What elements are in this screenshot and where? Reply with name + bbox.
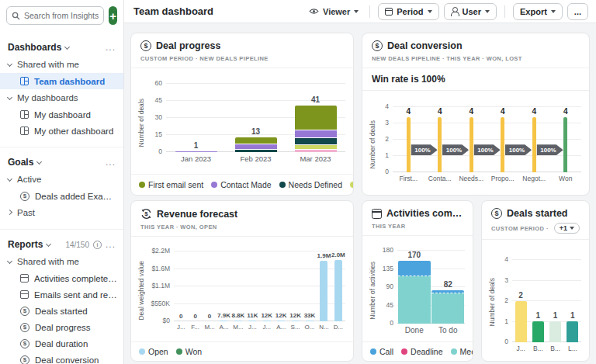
legend-dot (139, 182, 145, 188)
bar-jan-2023[interactable]: 1 (166, 84, 226, 152)
sidebar-group-past[interactable]: Past (0, 204, 123, 221)
sidebar-item-deal-duration[interactable]: Deal duration (0, 335, 123, 352)
viewer-dropdown[interactable]: Viewer (306, 5, 362, 19)
export-button[interactable]: Export (513, 3, 563, 20)
bar-done[interactable]: 170 (397, 251, 431, 324)
card-header: Deal conversion NEW DEALS PIPELINE · THI… (362, 33, 589, 68)
sidebar-item-activities-completed-an-[interactable]: Activities completed an... (0, 270, 123, 286)
sidebar-item-team-dashboard[interactable]: Team dashboard (0, 73, 123, 89)
more-button[interactable]: ... (567, 3, 588, 20)
bar-m-[interactable]: 0 (203, 251, 217, 321)
legend-item-contact-made[interactable]: Contact Made (211, 180, 271, 189)
legend-item-deadline[interactable]: Deadline (401, 347, 442, 356)
bar-needs-[interactable]: 4 (456, 107, 487, 172)
bar-shape (295, 106, 337, 152)
y-tick-label: 2 (497, 296, 508, 304)
section-title: Reports (8, 239, 43, 250)
bar-j-[interactable]: 2 (512, 260, 529, 342)
svg-text:$: $ (144, 210, 148, 217)
sidebar-group-shared-with-me[interactable]: Shared with me (0, 56, 123, 73)
sidebar-group-shared-with-me[interactable]: Shared with me (0, 253, 123, 270)
search-placeholder: Search from Insights (24, 11, 99, 20)
bar-shape (334, 260, 342, 321)
section-more-button[interactable]: ... (106, 239, 116, 250)
bar-l-[interactable]: 1 (564, 260, 581, 342)
bar-to-do[interactable]: 82 (431, 251, 466, 324)
bar-o-[interactable]: 33K (303, 251, 317, 321)
sidebar-item-deals-started[interactable]: Deals started (0, 303, 123, 319)
sidebar-section-header[interactable]: Dashboards... (0, 39, 123, 56)
bar-a-[interactable]: 12K (274, 251, 288, 321)
bar-value-label: 1 (570, 311, 575, 320)
sidebar-item-deal-conversion[interactable]: Deal conversion (0, 352, 123, 364)
info-icon[interactable] (93, 241, 102, 249)
legend-item-call[interactable]: Call (370, 347, 393, 356)
period-button[interactable]: Period (378, 3, 438, 20)
bar-b-[interactable]: 1 (547, 260, 564, 342)
sidebar-item-my-other-dashboard[interactable]: My other dashboard (0, 123, 123, 139)
add-button[interactable]: + (109, 6, 117, 25)
sidebar-section-header[interactable]: Reports14/150... (0, 236, 123, 253)
activities-legend: CallDeadlineMeeting (362, 341, 473, 361)
bar-mar-2023[interactable]: 41 (286, 84, 345, 152)
bar-m-[interactable]: 8.8K (231, 251, 245, 321)
sidebar-group-my-dashboards[interactable]: My dashboards (0, 89, 123, 106)
group-label: My dashboards (17, 93, 78, 102)
user-button[interactable]: User (444, 3, 497, 20)
x-tick-label: A... (217, 321, 230, 331)
search-input[interactable]: Search from Insights (6, 6, 104, 25)
sidebar: Search from Insights + Dashboards...Shar… (0, 0, 124, 364)
legend-item-meeting[interactable]: Meeting (451, 347, 473, 356)
chevron-down-icon (64, 43, 70, 49)
y-tick-label: 2 (377, 135, 389, 143)
bar-propo-[interactable]: 4 (487, 107, 519, 172)
x-tick-label: L... (564, 342, 581, 352)
bar-a-[interactable]: 7.9K (217, 251, 230, 321)
legend-item-propo[interactable]: Propo (350, 180, 353, 189)
bar-j-[interactable]: 12K (260, 251, 274, 321)
chart-plot-column: 43210444444100%100%100%100%100%First...C… (377, 94, 584, 195)
legend-item-won[interactable]: Won (176, 347, 202, 356)
y-tick-label: 90 (377, 283, 393, 290)
card-activities-completed: Activities complete... THIS YEAR Number … (362, 200, 473, 362)
bar-negot-[interactable]: 4 (518, 107, 550, 172)
bar-f-[interactable]: 0 (188, 251, 202, 321)
sidebar-item-emails-sent-and-received[interactable]: Emails sent and received (0, 286, 123, 303)
bar-first-[interactable]: 4 (393, 107, 424, 172)
bar-won[interactable]: 4 (550, 107, 582, 172)
x-tick-label: To do (431, 324, 466, 335)
bar-d-[interactable]: 2.0M (331, 251, 345, 321)
bar-value-label: 41 (311, 95, 320, 104)
y-tick-label: 45 (146, 96, 162, 104)
subtitle-more-badge[interactable]: +1 (554, 223, 580, 234)
bar-value-label: 4 (563, 107, 568, 116)
bar-conta-[interactable]: 4 (424, 107, 456, 172)
sidebar-item-deals-added-example-t-[interactable]: Deals added Example t... (0, 188, 123, 204)
y-tick-label: 180 (377, 246, 393, 254)
bar-s-[interactable]: 12K (288, 251, 302, 321)
sidebar-item-deal-progress[interactable]: Deal progress (0, 319, 123, 335)
bar-shape (515, 301, 527, 342)
legend-item-needs-defined[interactable]: Needs Defined (279, 180, 342, 189)
plot-area: 432102111 (497, 260, 581, 342)
legend-item-first-email-sent[interactable]: First email sent (139, 180, 203, 189)
bar-shape (398, 261, 431, 324)
group-label: Shared with me (17, 257, 79, 266)
bar-j-[interactable]: 11K (245, 251, 259, 321)
bar-j-[interactable]: 0 (174, 251, 188, 321)
bar-b-[interactable]: 1 (529, 260, 546, 342)
sidebar-section-header[interactable]: Goals... (0, 154, 123, 171)
revenue-forecast-chart-wrap: Deal weighted value$2.2M$1.6M$1.1M$550K$… (136, 240, 348, 341)
bars-layer: 444444 (393, 107, 581, 172)
legend-item-open[interactable]: Open (139, 347, 168, 356)
sidebar-group-active[interactable]: Active (0, 171, 123, 188)
bar-shape (263, 321, 271, 321)
bar-feb-2023[interactable]: 13 (226, 84, 286, 152)
item-label: My dashboard (34, 110, 91, 120)
section-more-button[interactable]: ... (106, 157, 116, 168)
sidebar-item-my-dashboard[interactable]: My dashboard (0, 106, 123, 123)
section-more-button[interactable]: ... (106, 42, 116, 53)
bar-value-label: 2.0M (331, 251, 345, 258)
bar-n-[interactable]: 1.9M (317, 251, 331, 321)
card-title: Deal conversion (387, 40, 463, 51)
